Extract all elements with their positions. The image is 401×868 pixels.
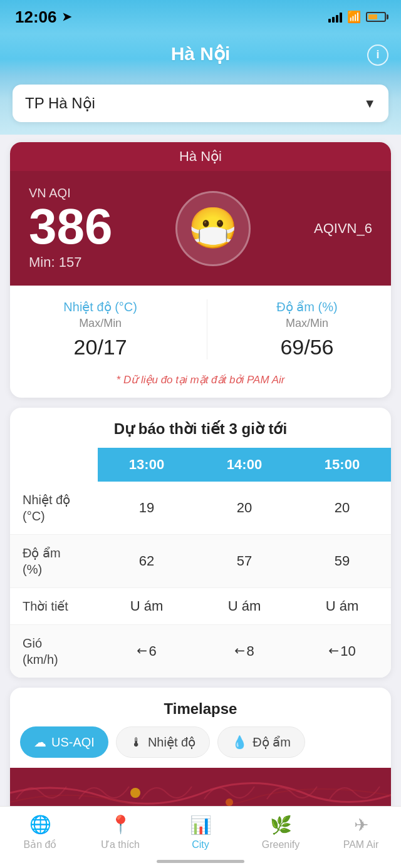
timelapse-card: Timelapse ☁ US-AQI 🌡 Nhiệt độ 💧 Độ ẩm	[10, 688, 391, 818]
data-source-note: * Dữ liệu đo tại mặt đất bởi PAM Air	[10, 373, 391, 398]
wind-row-label: Gió(km/h)	[10, 625, 98, 678]
temp-sublabel: Max/Min	[63, 317, 137, 330]
status-time: 12:06 ➤	[15, 8, 71, 27]
status-bar: 12:06 ➤ 📶	[0, 0, 401, 34]
status-icons: 📶	[328, 10, 386, 24]
info-button[interactable]: i	[367, 44, 388, 66]
weather-row-label: Thời tiết	[10, 588, 98, 625]
battery-icon	[366, 12, 386, 22]
wifi-icon: 📶	[347, 10, 361, 24]
signal-icon	[328, 11, 342, 23]
location-pin-icon: 📍	[110, 814, 132, 835]
forecast-card: Dự báo thời tiết 3 giờ tới 13:00 14:00 1…	[10, 408, 391, 678]
humidity-sublabel: Max/Min	[276, 317, 337, 330]
battery-fill	[368, 14, 377, 19]
aqi-category-badge: AQIVN_6	[314, 220, 372, 236]
main-content: Hà Nội VN AQI 386 Min: 157 😷 AQIVN_6 Nhi…	[0, 135, 401, 868]
time-display: 12:06	[15, 8, 57, 27]
forecast-hour-2: 14:00	[195, 448, 293, 482]
paper-plane-icon: ✈	[354, 815, 368, 835]
weather-h1: U ám	[98, 588, 195, 625]
humidity-stat: Độ ẩm (%) Max/Min 69/56	[276, 299, 337, 359]
wind-arrow-icon: ↗	[231, 643, 249, 661]
humidity-label: Độ ẩm (%)	[276, 299, 337, 314]
nav-label-city: City	[192, 839, 209, 850]
stat-divider	[207, 299, 207, 359]
nav-item-uathich[interactable]: 📍 Ưa thích	[80, 814, 160, 850]
temp-label: Nhiệt độ (°C)	[63, 299, 137, 314]
app-header: Hà Nội i	[0, 34, 401, 76]
aqi-location-label: Hà Nội	[179, 148, 222, 164]
table-row: Nhiệt độ(°C) 19 20 20	[10, 482, 391, 535]
mascot-avatar: 😷	[175, 191, 251, 266]
temp-row-label: Nhiệt độ(°C)	[10, 482, 98, 535]
tab-humidity[interactable]: 💧 Độ ẩm	[217, 726, 305, 758]
dropdown-value: TP Hà Nội	[25, 95, 95, 112]
chevron-down-icon: ▼	[363, 96, 376, 111]
globe-icon: 🌐	[29, 814, 51, 835]
nav-item-city[interactable]: 📊 City	[160, 815, 241, 850]
home-indicator	[157, 860, 244, 863]
aqi-min-label: Min: 157	[29, 254, 112, 271]
timelapse-title: Timelapse	[10, 688, 391, 726]
forecast-hour-3: 15:00	[293, 448, 391, 482]
cloud-icon: ☁	[34, 735, 46, 750]
tab-temperature[interactable]: 🌡 Nhiệt độ	[116, 726, 210, 758]
nav-item-pamair[interactable]: ✈ PAM Air	[321, 815, 401, 850]
aqi-main-section: VN AQI 386 Min: 157 😷 AQIVN_6	[10, 171, 391, 286]
humidity-row-label: Độ ẩm(%)	[10, 535, 98, 588]
forecast-header-row: 13:00 14:00 15:00	[10, 448, 391, 482]
aqi-card: Hà Nội VN AQI 386 Min: 157 😷 AQIVN_6 Nhi…	[10, 142, 391, 398]
temp-h3: 20	[293, 482, 391, 535]
nav-label-uathich: Ưa thích	[101, 839, 140, 850]
aqi-values: VN AQI 386 Min: 157	[29, 186, 112, 271]
temp-tab-label: Nhiệt độ	[148, 735, 195, 750]
weather-stats: Nhiệt độ (°C) Max/Min 20/17 Độ ẩm (%) Ma…	[10, 286, 391, 373]
weather-h2: U ám	[195, 588, 293, 625]
tab-us-aqi[interactable]: ☁ US-AQI	[20, 726, 108, 758]
aqi-card-header: Hà Nội	[10, 142, 391, 171]
wind-arrow-icon: ↗	[325, 643, 343, 661]
temp-h1: 19	[98, 482, 195, 535]
forecast-empty-header	[10, 448, 98, 482]
wind-arrow-icon: ↗	[133, 643, 151, 661]
page-title: Hà Nội	[171, 43, 231, 64]
aqi-number: 386	[29, 202, 112, 252]
table-row: Gió(km/h) ↗6 ↗8 ↗10	[10, 625, 391, 678]
svg-point-1	[130, 788, 140, 798]
nav-label-greenify: Greenify	[262, 839, 299, 850]
droplet-icon: 💧	[232, 735, 247, 750]
aqi-badge: AQIVN_6	[314, 220, 372, 237]
table-row: Độ ẩm(%) 62 57 59	[10, 535, 391, 588]
table-row: Thời tiết U ám U ám U ám	[10, 588, 391, 625]
humidity-value: 69/56	[276, 335, 337, 359]
leaf-icon: 🌿	[270, 815, 292, 835]
temp-stat: Nhiệt độ (°C) Max/Min 20/17	[63, 299, 137, 359]
temp-value: 20/17	[63, 335, 137, 359]
bar-chart-icon: 📊	[190, 815, 212, 835]
city-dropdown[interactable]: TP Hà Nội ▼	[13, 85, 388, 122]
forecast-title: Dự báo thời tiết 3 giờ tới	[10, 408, 391, 448]
us-aqi-label: US-AQI	[51, 735, 95, 750]
hum-h2: 57	[195, 535, 293, 588]
nav-item-bando[interactable]: 🌐 Bản đồ	[0, 814, 80, 850]
hum-h1: 62	[98, 535, 195, 588]
forecast-table: 13:00 14:00 15:00 Nhiệt độ(°C) 19 20 20 …	[10, 448, 391, 678]
timelapse-tabs: ☁ US-AQI 🌡 Nhiệt độ 💧 Độ ẩm	[10, 726, 391, 768]
bottom-nav: 🌐 Bản đồ 📍 Ưa thích 📊 City 🌿 Greenify ✈ …	[0, 806, 401, 868]
svg-point-2	[226, 798, 233, 806]
nav-label-pamair: PAM Air	[343, 839, 379, 850]
thermometer-icon: 🌡	[130, 735, 143, 750]
hum-h3: 59	[293, 535, 391, 588]
hum-tab-label: Độ ẩm	[253, 735, 291, 750]
wind-h2: ↗8	[195, 625, 293, 678]
wind-h1: ↗6	[98, 625, 195, 678]
wind-h3: ↗10	[293, 625, 391, 678]
weather-h3: U ám	[293, 588, 391, 625]
forecast-hour-1: 13:00	[98, 448, 195, 482]
nav-item-greenify[interactable]: 🌿 Greenify	[241, 815, 321, 850]
mascot-icon: 😷	[188, 205, 238, 252]
dropdown-section: TP Hà Nội ▼	[0, 76, 401, 135]
location-arrow-icon: ➤	[62, 10, 71, 24]
nav-label-bando: Bản đồ	[24, 839, 57, 850]
